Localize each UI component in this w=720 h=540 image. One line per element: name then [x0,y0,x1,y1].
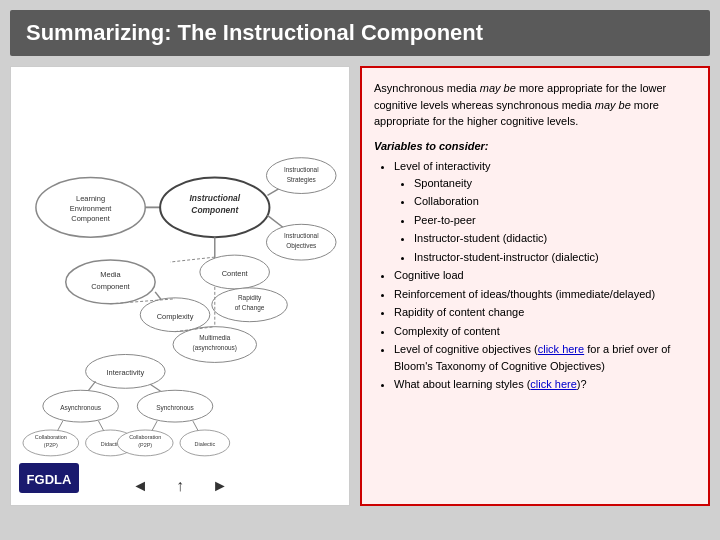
sub-instructor-student-instructor: Instructor-student-instructor (dialectic… [414,249,696,266]
svg-text:Collaboration: Collaboration [35,434,67,440]
bullet-learning: What about learning styles (click here)? [394,376,696,393]
bullet-interactivity: Level of interactivity Spontaneity Colla… [394,158,696,265]
nav-back-button[interactable]: ◄ [126,475,154,497]
right-panel: Asynchronous media may be more appropria… [360,66,710,506]
svg-text:Dialectic: Dialectic [195,441,216,447]
sub-instructor-student: Instructor-student (didactic) [414,230,696,247]
nav-forward-button[interactable]: ► [206,475,234,497]
svg-text:(P2P): (P2P) [44,442,58,448]
svg-text:Interactivity: Interactivity [107,368,145,377]
sub-collaboration: Collaboration [414,193,696,210]
intro-text: Asynchronous media may be more appropria… [374,80,696,130]
svg-text:Content: Content [222,269,249,278]
logo-area: FGDLA [19,463,79,497]
svg-text:Instructional: Instructional [284,232,319,239]
click-here-link-1[interactable]: click here [538,343,584,355]
svg-text:Objectives: Objectives [286,242,316,250]
svg-text:Complexity: Complexity [157,312,194,321]
svg-text:Component: Component [91,282,130,291]
svg-text:(P2P): (P2P) [138,442,152,448]
svg-text:(asynchronous): (asynchronous) [193,344,237,352]
svg-text:Rapidity: Rapidity [238,294,262,302]
diagram-svg: Learning Environment Component Instructi… [21,77,339,467]
content-area: Learning Environment Component Instructi… [10,66,710,506]
fgdla-logo: FGDLA [19,463,79,493]
svg-text:Instructional: Instructional [284,166,319,173]
bullet-cognitive-obj: Level of cognitive objectives (click her… [394,341,696,374]
svg-text:Environment: Environment [70,204,113,213]
svg-text:FGDLA: FGDLA [27,472,72,487]
svg-text:Learning: Learning [76,194,105,203]
bullet-reinforcement: Reinforcement of ideas/thoughts (immedia… [394,286,696,303]
svg-text:Media: Media [100,270,121,279]
svg-text:Instructional: Instructional [189,193,240,203]
svg-text:Collaboration: Collaboration [129,434,161,440]
svg-text:of Change: of Change [235,304,265,312]
bullet-complexity: Complexity of content [394,323,696,340]
page-title: Summarizing: The Instructional Component [10,10,710,56]
svg-text:Multimedia: Multimedia [199,334,231,341]
svg-text:Component: Component [71,214,110,223]
click-here-link-2[interactable]: click here [530,378,576,390]
svg-text:Strategies: Strategies [287,176,316,184]
svg-text:Component: Component [191,205,239,215]
variables-title: Variables to consider: [374,138,696,155]
bullet-cognitive: Cognitive load [394,267,696,284]
sub-peer: Peer-to-peer [414,212,696,229]
variables-list: Level of interactivity Spontaneity Colla… [374,158,696,393]
main-container: Summarizing: The Instructional Component… [0,0,720,540]
left-panel: Learning Environment Component Instructi… [10,66,350,506]
svg-text:Asynchronous: Asynchronous [60,404,101,412]
nav-up-button[interactable]: ↑ [170,475,190,497]
bullet-rapidity: Rapidity of content change [394,304,696,321]
svg-text:Synchronous: Synchronous [156,404,194,412]
sub-spontaneity: Spontaneity [414,175,696,192]
